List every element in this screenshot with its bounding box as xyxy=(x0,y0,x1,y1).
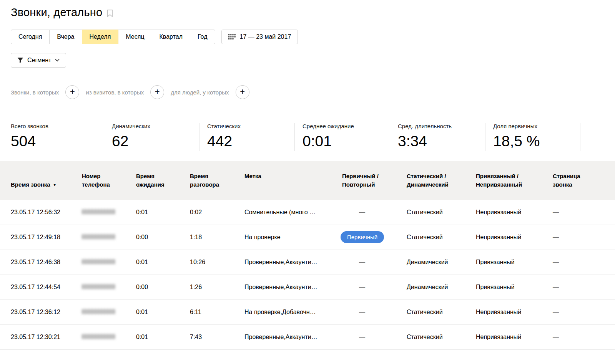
metric-avg-duration: Сред. длительность 3:34 xyxy=(390,123,485,151)
col-call-time-label: Время звонка xyxy=(11,181,50,188)
tab-today[interactable]: Сегодня xyxy=(11,30,50,44)
call-time-cell: 23.05.17 12:49:18 xyxy=(11,234,82,241)
metric-label: Среднее ожидание xyxy=(303,123,382,129)
table-row: 23.05.17 12:36:12 0:01 6:11 На проверке,… xyxy=(0,300,615,325)
date-range-picker[interactable]: 17 — 23 май 2017 xyxy=(221,30,298,44)
phone-redacted xyxy=(82,334,116,339)
primary-cell: Первичный xyxy=(342,231,407,243)
static-dynamic-cell: Динамический xyxy=(407,284,476,291)
tab-month[interactable]: Месяц xyxy=(118,30,152,44)
call-page-cell: — xyxy=(553,209,615,216)
filter-calls-label: Звонки, в которых xyxy=(11,89,59,96)
static-dynamic-cell: Статический xyxy=(407,309,476,316)
segment-label: Сегмент xyxy=(27,57,51,64)
plus-icon: + xyxy=(155,88,160,96)
bound-cell: Привязанный xyxy=(476,284,553,291)
tag-cell: Проверенные,Аккаунти… xyxy=(244,334,342,341)
filter-people-label: для людей, у которых xyxy=(171,89,229,96)
funnel-icon xyxy=(17,57,23,63)
talk-time-cell: 6:11 xyxy=(190,309,244,316)
static-dynamic-cell: Статический xyxy=(407,209,476,216)
chevron-down-icon xyxy=(55,59,60,62)
table-row: 23.05.17 12:49:18 0:00 1:18 На проверке … xyxy=(0,225,615,250)
bookmark-icon[interactable] xyxy=(107,10,113,17)
talk-time-cell: 1:26 xyxy=(190,284,244,291)
col-call-page[interactable]: Страница звонка xyxy=(553,161,615,200)
table-row: 23.05.17 12:46:38 0:01 10:26 Проверенные… xyxy=(0,250,615,275)
wait-time-cell: 0:00 xyxy=(136,234,190,241)
col-tag[interactable]: Метка xyxy=(244,161,342,200)
bound-cell: Непривязанный xyxy=(476,234,553,241)
call-time-cell: 23.05.17 12:44:54 xyxy=(11,284,82,291)
period-controls: Сегодня Вчера Неделя Месяц Квартал Год 1… xyxy=(11,30,604,44)
table-row: 23.05.17 12:30:21 0:01 7:43 Проверенные,… xyxy=(0,325,615,350)
phone-cell xyxy=(82,209,136,216)
plus-icon: + xyxy=(240,88,245,96)
wait-time-cell: 0:01 xyxy=(136,309,190,316)
col-phone[interactable]: Номер телефона xyxy=(82,161,136,200)
phone-cell xyxy=(82,334,136,341)
bound-cell: Привязанный xyxy=(476,259,553,266)
table-row: 23.05.17 12:44:54 0:00 1:26 Проверенные,… xyxy=(0,275,615,300)
tag-cell: Проверенные,Аккаунти… xyxy=(244,259,342,266)
tab-quarter[interactable]: Квартал xyxy=(152,30,190,44)
call-page-cell: — xyxy=(553,309,615,316)
primary-cell: — xyxy=(342,284,407,291)
add-people-filter-button[interactable]: + xyxy=(236,85,249,99)
metric-first-call-share: Доля первичных 18,5 % xyxy=(485,123,580,151)
metric-value: 504 xyxy=(11,134,96,149)
phone-redacted xyxy=(82,259,116,264)
col-static-dynamic[interactable]: Статический / Динамический xyxy=(407,161,476,200)
phone-redacted xyxy=(82,309,116,314)
talk-time-cell: 0:02 xyxy=(190,209,244,216)
sort-desc-icon: ▼ xyxy=(53,183,57,187)
segment-button[interactable]: Сегмент xyxy=(11,53,66,68)
call-page-cell: — xyxy=(553,259,615,266)
tab-year[interactable]: Год xyxy=(190,30,215,44)
tag-cell: Проверенные,Аккаунти… xyxy=(244,284,342,291)
metric-total-calls: Всего звонков 504 xyxy=(11,123,104,151)
bound-cell: Непривязанный xyxy=(476,209,553,216)
metric-label: Сред. длительность xyxy=(398,123,477,129)
col-wait-time[interactable]: Время ожидания xyxy=(136,161,190,200)
tag-cell: Сомнительные (много … xyxy=(244,209,342,216)
segment-row: Сегмент xyxy=(11,53,604,68)
plus-icon: + xyxy=(70,88,75,96)
call-time-cell: 23.05.17 12:36:12 xyxy=(11,309,82,316)
phone-cell xyxy=(82,284,136,291)
col-talk-time[interactable]: Время разговора xyxy=(190,161,244,200)
add-visit-filter-button[interactable]: + xyxy=(150,85,164,99)
tab-week[interactable]: Неделя xyxy=(82,30,119,44)
period-tabs: Сегодня Вчера Неделя Месяц Квартал Год xyxy=(11,30,215,44)
wait-time-cell: 0:00 xyxy=(136,284,190,291)
call-page-cell: — xyxy=(553,334,615,341)
bound-cell: Непривязанный xyxy=(476,334,553,341)
call-page-cell: — xyxy=(553,284,615,291)
metric-value: 18,5 % xyxy=(493,134,572,149)
tab-yesterday[interactable]: Вчера xyxy=(49,30,82,44)
table-header: Время звонка▼ Номер телефона Время ожида… xyxy=(0,161,615,200)
metric-label: Статических xyxy=(207,123,287,129)
primary-cell: — xyxy=(342,259,407,266)
col-call-time[interactable]: Время звонка▼ xyxy=(11,161,82,200)
col-bound-unbound[interactable]: Привязанный / Непривязанный xyxy=(476,161,553,200)
wait-time-cell: 0:01 xyxy=(136,334,190,341)
metric-value: 442 xyxy=(207,134,287,149)
phone-cell xyxy=(82,259,136,266)
wait-time-cell: 0:01 xyxy=(136,209,190,216)
add-call-filter-button[interactable]: + xyxy=(65,85,79,99)
metric-value: 0:01 xyxy=(303,134,382,149)
date-range-label: 17 — 23 май 2017 xyxy=(240,33,291,40)
talk-time-cell: 10:26 xyxy=(190,259,244,266)
call-page-cell: — xyxy=(553,234,615,241)
primary-cell: — xyxy=(342,209,407,216)
primary-cell: — xyxy=(342,334,407,341)
metric-label: Динамических xyxy=(112,123,191,129)
metric-value: 62 xyxy=(112,134,191,149)
col-primary-repeat[interactable]: Первичный / Повторный xyxy=(342,161,407,200)
metric-static-calls: Статических 442 xyxy=(199,123,294,151)
metric-dynamic-calls: Динамических 62 xyxy=(104,123,199,151)
static-dynamic-cell: Статический xyxy=(407,234,476,241)
calls-table: Время звонка▼ Номер телефона Время ожида… xyxy=(0,161,615,350)
phone-redacted xyxy=(82,209,116,214)
